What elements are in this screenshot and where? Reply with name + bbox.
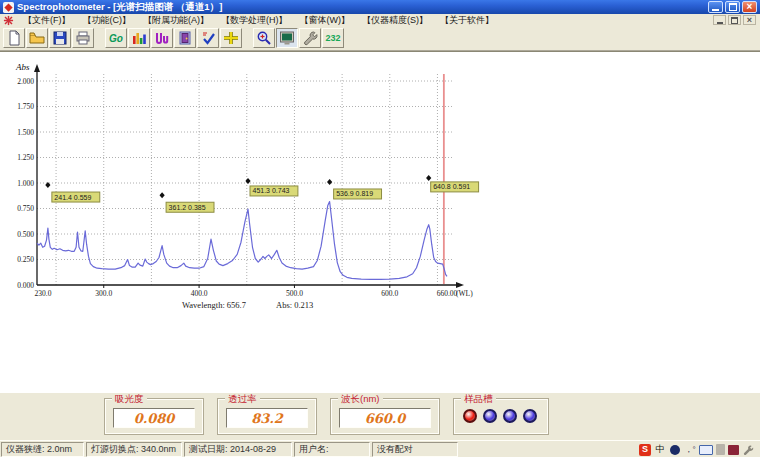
minimize-icon <box>712 3 719 11</box>
cursor-abs-readout: Abs: 0.213 <box>276 300 313 310</box>
mdi-restore-button[interactable] <box>728 15 741 25</box>
mdi-client-area: Abs0.0000.2500.5000.7501.0001.2501.5001.… <box>0 51 760 393</box>
new-file-button[interactable] <box>3 28 25 48</box>
title-bar: Spectrophotometer - [光谱扫描图谱 （通道1）] <box>0 0 760 14</box>
close-button[interactable] <box>742 1 757 13</box>
mdi-minimize-icon <box>717 17 723 24</box>
menu-bar: 【文件(F)】 【功能(C)】 【附属功能(A)】 【数学处理(H)】 【窗体(… <box>0 14 760 26</box>
exit-button[interactable] <box>174 28 196 48</box>
mic-icon[interactable] <box>716 444 725 455</box>
x-tick-label: 230.0 <box>35 289 52 298</box>
peak-label: 536.9 0.819 <box>336 190 373 197</box>
menu-function[interactable]: 【功能(C)】 <box>77 14 138 27</box>
y-tick-label: 0.000 <box>17 281 34 290</box>
sample-slot-led[interactable] <box>523 409 537 423</box>
checkmark-icon <box>200 30 216 46</box>
x-tick-label: 400.0 <box>191 289 208 298</box>
skin-icon[interactable] <box>728 445 739 455</box>
sample-slot-label: 样品槽 <box>461 393 496 406</box>
spectrum-chart[interactable]: Abs0.0000.2500.5000.7501.0001.2501.5001.… <box>4 60 488 314</box>
x-unit-label: (WL) <box>456 289 473 298</box>
spectrum-bars-button[interactable] <box>128 28 150 48</box>
menu-accuracy[interactable]: 【仪器精度(S)】 <box>356 14 434 27</box>
door-icon <box>177 30 193 46</box>
app-icon <box>3 2 14 13</box>
x-tick-label: 300.0 <box>95 289 112 298</box>
confirm-button[interactable] <box>197 28 219 48</box>
y-tick-label: 1.000 <box>17 179 34 188</box>
save-button[interactable] <box>49 28 71 48</box>
y-tick-label: 0.750 <box>17 204 34 213</box>
transmittance-group: 透过率 83.2 <box>217 398 317 435</box>
x-tick-label: 500.0 <box>286 289 303 298</box>
input-method-tray: S 中 ，° <box>639 442 760 457</box>
sample-slot-led[interactable] <box>463 409 477 423</box>
menu-about[interactable]: 【关于软件】 <box>434 14 500 27</box>
y-axis-arrow <box>34 64 40 72</box>
sample-slot-group: 样品槽 <box>453 398 549 435</box>
peak-marker <box>426 175 431 181</box>
menu-window[interactable]: 【窗体(W)】 <box>294 14 357 27</box>
sample-slot-leds <box>463 409 548 423</box>
monitor-icon <box>279 30 295 46</box>
printer-icon <box>75 30 91 46</box>
y-tick-label: 0.500 <box>17 230 34 239</box>
go-button[interactable]: Go <box>105 28 127 48</box>
settings-button[interactable] <box>299 28 321 48</box>
y-tick-label: 1.750 <box>17 102 34 111</box>
minimize-button[interactable] <box>708 1 723 13</box>
print-button[interactable] <box>72 28 94 48</box>
y-tick-label: 1.500 <box>17 128 34 137</box>
sample-slot-led[interactable] <box>503 409 517 423</box>
wavelength-group: 波长(nm) 660.0 <box>330 398 440 435</box>
sogou-icon[interactable]: S <box>639 444 651 456</box>
tray-wrench-icon[interactable] <box>742 444 754 456</box>
status-spacer <box>459 442 639 457</box>
status-bar: 仪器狭缝: 2.0nm 灯源切换点: 340.0nm 测试日期: 2014-08… <box>0 440 760 457</box>
display-mode-button[interactable] <box>276 28 298 48</box>
peak-marker <box>245 178 250 184</box>
absorbance-value: 0.080 <box>113 408 195 428</box>
peak-label: 361.2 0.385 <box>169 204 206 211</box>
x-tick-label: 660.00 <box>437 289 458 298</box>
magnifier-plus-icon <box>256 30 272 46</box>
window-title: Spectrophotometer - [光谱扫描图谱 （通道1）] <box>17 1 222 14</box>
mdi-close-button[interactable] <box>743 15 756 25</box>
mdi-minimize-button[interactable] <box>713 15 726 25</box>
zoom-button[interactable] <box>253 28 275 48</box>
child-window-system-icon <box>3 15 14 26</box>
yellow-cross-icon <box>223 30 239 46</box>
peak-marker <box>159 192 164 198</box>
restore-button[interactable] <box>725 1 740 13</box>
go-icon: Go <box>109 33 123 44</box>
peak-marker <box>327 179 332 185</box>
status-test-date: 测试日期: 2014-08-29 <box>184 442 292 457</box>
absorbance-curve <box>37 202 447 280</box>
purple-histogram-icon <box>154 30 170 46</box>
punctuation-icon[interactable]: ，° <box>684 444 696 456</box>
histogram-button[interactable] <box>151 28 173 48</box>
spectrophotometer-window: { "window": { "title": "Spectrophotomete… <box>0 0 760 457</box>
restore-icon <box>729 3 737 11</box>
mdi-close-icon <box>747 15 752 25</box>
open-folder-icon <box>29 30 45 46</box>
new-file-icon <box>6 30 22 46</box>
wavelength-label: 波长(nm) <box>338 393 383 406</box>
wrench-icon <box>302 30 318 46</box>
save-floppy-icon <box>52 30 68 46</box>
sample-slot-led[interactable] <box>483 409 497 423</box>
chinese-mode-icon[interactable]: 中 <box>654 444 666 456</box>
keyboard-icon[interactable] <box>699 445 713 455</box>
open-file-button[interactable] <box>26 28 48 48</box>
menu-file[interactable]: 【文件(F)】 <box>17 14 77 27</box>
rs232-button[interactable]: 232 <box>322 28 344 48</box>
transmittance-value: 83.2 <box>226 408 308 428</box>
status-user: 用户名: <box>294 442 370 457</box>
menu-auxiliary[interactable]: 【附属功能(A)】 <box>137 14 215 27</box>
x-tick-label: 600.0 <box>381 289 398 298</box>
peak-label: 451.3 0.743 <box>253 187 290 194</box>
menu-math[interactable]: 【数学处理(H)】 <box>215 14 294 27</box>
moon-icon[interactable] <box>670 445 680 455</box>
y-tick-label: 0.250 <box>17 255 34 264</box>
wavelength-tool-button[interactable] <box>220 28 242 48</box>
